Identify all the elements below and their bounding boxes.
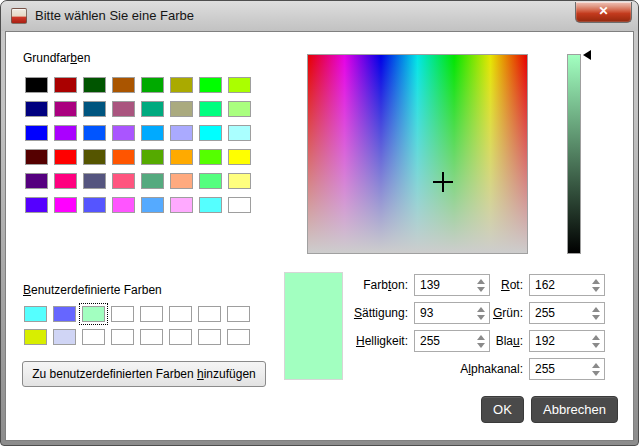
basic-color-swatch[interactable] [199, 125, 222, 141]
alpha-spin-down-button[interactable] [592, 371, 600, 376]
custom-color-swatch[interactable] [24, 306, 47, 322]
blue-row: Blau: [437, 327, 605, 355]
basic-color-swatch[interactable] [54, 101, 77, 117]
basic-color-swatch[interactable] [83, 197, 106, 213]
red-spinbox [529, 274, 605, 296]
basic-color-swatch[interactable] [141, 101, 164, 117]
basic-color-swatch[interactable] [170, 149, 193, 165]
basic-color-swatch[interactable] [170, 77, 193, 93]
green-spin-up-button[interactable] [592, 307, 600, 312]
basic-color-swatch[interactable] [112, 149, 135, 165]
basic-color-swatch[interactable] [83, 149, 106, 165]
custom-color-swatch[interactable] [140, 329, 163, 345]
custom-color-swatch[interactable] [227, 306, 250, 322]
hue-saturation-picker[interactable] [307, 54, 528, 254]
custom-color-swatch[interactable] [140, 306, 163, 322]
basic-color-swatch[interactable] [54, 125, 77, 141]
basic-color-swatch[interactable] [83, 125, 106, 141]
red-spin-down-button[interactable] [592, 287, 600, 292]
basic-color-swatch[interactable] [25, 149, 48, 165]
basic-color-swatch[interactable] [141, 197, 164, 213]
basic-color-swatch[interactable] [25, 125, 48, 141]
basic-color-swatch[interactable] [83, 77, 106, 93]
basic-color-swatch[interactable] [199, 101, 222, 117]
red-spin-up-button[interactable] [592, 279, 600, 284]
alpha-spin-up-button[interactable] [592, 363, 600, 368]
basic-color-swatch[interactable] [199, 173, 222, 189]
window-title: Bitte wählen Sie eine Farbe [35, 1, 194, 31]
custom-color-swatch[interactable] [82, 306, 105, 322]
custom-color-swatch[interactable] [24, 329, 47, 345]
blue-input[interactable] [530, 331, 584, 351]
basic-color-swatch[interactable] [228, 125, 251, 141]
basic-color-swatch[interactable] [170, 173, 193, 189]
custom-color-swatch[interactable] [82, 329, 105, 345]
titlebar[interactable]: Bitte wählen Sie eine Farbe ✕ [1, 1, 638, 31]
basic-color-swatch[interactable] [141, 77, 164, 93]
green-spin-down-button[interactable] [592, 315, 600, 320]
basic-color-swatch[interactable] [170, 101, 193, 117]
alpha-input[interactable] [530, 359, 584, 379]
basic-color-swatch[interactable] [112, 77, 135, 93]
custom-color-swatch[interactable] [169, 306, 192, 322]
red-label: Rot: [437, 278, 523, 292]
basic-colors-label: Grundfarben [23, 51, 90, 65]
custom-color-swatch[interactable] [111, 329, 134, 345]
basic-color-swatch[interactable] [141, 125, 164, 141]
basic-color-swatch[interactable] [25, 77, 48, 93]
cancel-button[interactable]: Abbrechen [531, 396, 618, 423]
blue-label: Blau: [437, 334, 523, 348]
blue-spinbox [529, 330, 605, 352]
value-slider[interactable] [567, 54, 593, 254]
ok-button[interactable]: OK [481, 396, 524, 423]
basic-color-swatch[interactable] [25, 197, 48, 213]
basic-color-swatch[interactable] [54, 77, 77, 93]
value-label: Helligkeit: [322, 334, 408, 348]
slider-arrow-icon[interactable] [583, 50, 591, 60]
blue-spin-up-button[interactable] [592, 335, 600, 340]
custom-colors-grid [24, 306, 250, 345]
basic-color-swatch[interactable] [25, 173, 48, 189]
close-button[interactable]: ✕ [575, 2, 632, 23]
basic-color-swatch[interactable] [83, 173, 106, 189]
basic-color-swatch[interactable] [199, 149, 222, 165]
saturation-label: Sättigung: [322, 306, 408, 320]
basic-color-swatch[interactable] [54, 197, 77, 213]
custom-colors-label: Benutzerdefinierte Farben [23, 283, 162, 297]
blue-spin-down-button[interactable] [592, 343, 600, 348]
basic-color-swatch[interactable] [112, 173, 135, 189]
basic-color-swatch[interactable] [228, 197, 251, 213]
basic-color-swatch[interactable] [199, 77, 222, 93]
custom-color-swatch[interactable] [53, 306, 76, 322]
add-to-custom-colors-button[interactable]: Zu benutzerdefinierten Farben hinzufügen [22, 361, 266, 387]
basic-color-swatch[interactable] [141, 149, 164, 165]
basic-color-swatch[interactable] [54, 149, 77, 165]
custom-color-swatch[interactable] [169, 329, 192, 345]
value-slider-strip[interactable] [567, 54, 581, 254]
red-input[interactable] [530, 275, 584, 295]
basic-color-swatch[interactable] [170, 125, 193, 141]
basic-color-swatch[interactable] [228, 77, 251, 93]
basic-color-swatch[interactable] [112, 125, 135, 141]
basic-color-swatch[interactable] [199, 197, 222, 213]
basic-color-swatch[interactable] [83, 101, 106, 117]
basic-color-swatch[interactable] [141, 173, 164, 189]
custom-color-swatch[interactable] [53, 329, 76, 345]
basic-color-swatch[interactable] [228, 173, 251, 189]
basic-color-swatch[interactable] [25, 101, 48, 117]
custom-color-swatch[interactable] [111, 306, 134, 322]
custom-color-swatch[interactable] [198, 329, 221, 345]
basic-color-swatch[interactable] [170, 197, 193, 213]
basic-color-swatch[interactable] [228, 149, 251, 165]
custom-color-swatch[interactable] [227, 329, 250, 345]
alpha-label: Alphakanal: [437, 362, 523, 376]
red-row: Rot: [437, 271, 605, 299]
basic-color-swatch[interactable] [54, 173, 77, 189]
basic-color-swatch[interactable] [228, 101, 251, 117]
green-input[interactable] [530, 303, 584, 323]
custom-color-swatch[interactable] [198, 306, 221, 322]
crosshair-icon [433, 172, 453, 192]
dialog-body: Grundfarben Benutzerdefinierte Farben Zu… [5, 31, 634, 441]
basic-color-swatch[interactable] [112, 101, 135, 117]
basic-color-swatch[interactable] [112, 197, 135, 213]
